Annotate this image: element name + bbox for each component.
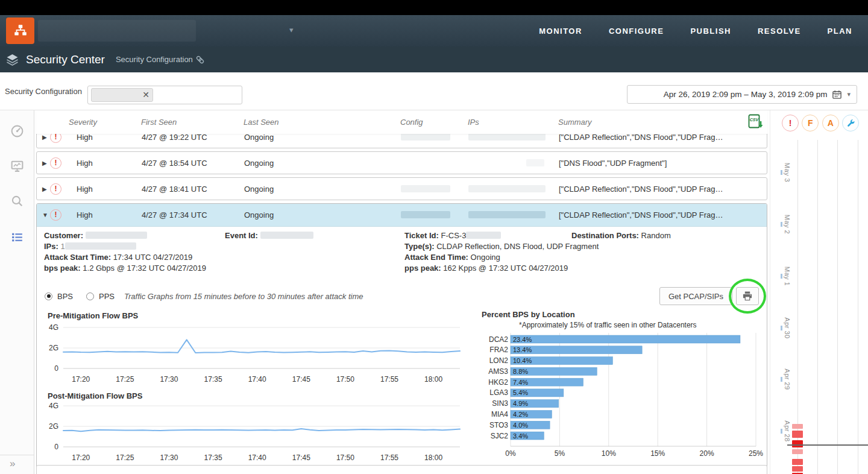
- svg-text:17:45: 17:45: [292, 375, 310, 384]
- link-icon[interactable]: [196, 55, 204, 64]
- bps-radio[interactable]: [45, 292, 52, 300]
- svg-text:17:30: 17:30: [160, 375, 178, 384]
- svg-text:2G: 2G: [49, 344, 58, 352]
- timeline-filter-wrench-icon[interactable]: [842, 115, 859, 131]
- export-csv-button[interactable]: CSV: [748, 113, 764, 131]
- svg-text:4G: 4G: [49, 402, 58, 410]
- types-value: CLDAP Reflection, DNS Flood, UDP Fragmen…: [436, 242, 599, 251]
- svg-text:15%: 15%: [650, 449, 665, 458]
- first-seen-cell: 4/27 @ 18:41 UTC: [132, 185, 234, 194]
- pps-radio[interactable]: [86, 292, 94, 300]
- account-selector-redacted[interactable]: [38, 20, 196, 42]
- svg-text:23.4%: 23.4%: [513, 336, 532, 343]
- search-icon: [10, 194, 25, 209]
- svg-text:17:25: 17:25: [116, 375, 134, 384]
- svg-text:17:40: 17:40: [248, 375, 266, 384]
- timeline-date-tick: [781, 170, 782, 175]
- expand-icon[interactable]: ▶: [37, 186, 50, 192]
- account-caret-icon[interactable]: ▾: [289, 25, 294, 34]
- ticket-id-value: F-CS-3: [441, 231, 466, 240]
- ips-cell-redacted: [459, 134, 549, 142]
- sidebar-expand-button[interactable]: »: [0, 455, 34, 474]
- svg-text:4G: 4G: [49, 323, 58, 332]
- sidebar-item-search[interactable]: [10, 194, 25, 211]
- bar-chart-subtitle: *Approximately 15% of traffic seen in ot…: [519, 321, 767, 329]
- svg-text:17:35: 17:35: [204, 375, 222, 384]
- timeline-attack-event[interactable]: [792, 449, 803, 454]
- timeline-date-label: Apr 30: [784, 317, 791, 338]
- ips-cell-redacted: [459, 159, 549, 168]
- config-filter-input[interactable]: ✕: [87, 86, 242, 104]
- date-range-text: Apr 26, 2019 2:09 pm – May 3, 2019 2:09 …: [664, 90, 828, 99]
- double-chevron-icon: »: [10, 458, 15, 469]
- svg-text:5%: 5%: [555, 449, 565, 458]
- timeline-lane: [817, 140, 818, 474]
- bar-dca2: [511, 335, 740, 343]
- ips-label: IPs:: [44, 242, 58, 251]
- timeline-attack-event[interactable]: [792, 440, 803, 447]
- table-row[interactable]: ▶ ! High 4/27 @ 18:54 UTC Ongoing ["DNS …: [36, 151, 767, 174]
- timeline-attack-event[interactable]: [792, 424, 803, 429]
- svg-text:2G: 2G: [49, 422, 58, 431]
- svg-text:17:30: 17:30: [160, 453, 178, 462]
- timeline-date-label: May 2: [784, 215, 791, 234]
- print-button[interactable]: [736, 287, 759, 305]
- app-logo[interactable]: [6, 17, 34, 44]
- nav-item-configure[interactable]: CONFIGURE: [609, 27, 664, 36]
- events-panel: Severity First Seen Last Seen Config IPs…: [34, 110, 770, 474]
- timeline-filter-flag-f-icon[interactable]: F: [802, 115, 819, 131]
- dest-ports-label: Destination Ports:: [571, 231, 639, 240]
- svg-text:17:20: 17:20: [72, 453, 90, 462]
- col-ips: IPs: [458, 118, 549, 127]
- svg-text:18:00: 18:00: [424, 375, 442, 384]
- calendar-icon: [832, 89, 842, 100]
- svg-text:STO3: STO3: [489, 421, 508, 429]
- svg-text:5.4%: 5.4%: [513, 389, 528, 396]
- csv-export-icon: CSV: [748, 113, 764, 130]
- sidebar-item-event-list-active[interactable]: [10, 230, 25, 247]
- main-nav: MONITORCONFIGUREPUBLISHRESOLVEPLAN: [539, 27, 868, 36]
- nav-item-publish[interactable]: PUBLISH: [690, 27, 731, 36]
- types-label: Type(s):: [404, 242, 435, 251]
- severity-cell: High: [69, 210, 132, 220]
- clear-filter-icon[interactable]: ✕: [142, 90, 149, 100]
- collapse-icon[interactable]: ▼: [37, 212, 50, 218]
- get-pcap-button[interactable]: Get PCAP/SIPs: [659, 287, 732, 305]
- event-timeline: !FAMay 3May 2May 1Apr 30Apr 29Apr 28: [770, 110, 868, 474]
- summary-cell: ["CLDAP Reflection","DNS Flood","UDP Fra…: [549, 185, 767, 194]
- svg-text:17:35: 17:35: [204, 453, 222, 462]
- sidebar-item-dashboard[interactable]: [10, 124, 25, 141]
- col-summary: Summary: [549, 118, 767, 127]
- expand-icon[interactable]: ▶: [37, 134, 50, 141]
- table-body: ▶ ! High 4/27 @ 19:22 UTC Ongoing ["CLDA…: [36, 134, 767, 474]
- timeline-filter-flag-a-icon[interactable]: A: [822, 115, 839, 131]
- timeline-attack-event[interactable]: [792, 431, 803, 438]
- nav-item-resolve[interactable]: RESOLVE: [758, 27, 801, 36]
- page-subtitle: Security Configuration: [116, 55, 204, 64]
- percent-bps-chart: 0%5%10%15%20%25%DCA223.4%FRA213.4%LON210…: [482, 332, 767, 460]
- bps-peak-value: 1.2 Gbps @ 17:32 UTC 04/27/2019: [83, 264, 206, 273]
- last-seen-cell: Ongoing: [234, 159, 391, 168]
- timeline-attack-event[interactable]: [792, 459, 803, 465]
- bar-chart-title: Percent BPS by Location: [482, 310, 767, 319]
- timeline-attack-event[interactable]: [792, 466, 803, 472]
- config-cell-redacted: [391, 134, 459, 142]
- svg-text:AMS3: AMS3: [488, 367, 508, 376]
- nav-item-monitor[interactable]: MONITOR: [539, 27, 582, 36]
- traffic-graphs-note: Traffic Graphs from 15 minutes before to…: [124, 292, 363, 301]
- expand-icon[interactable]: ▶: [37, 160, 50, 166]
- config-cell-redacted: [391, 210, 459, 220]
- sidebar-item-monitoring[interactable]: [10, 159, 25, 176]
- table-row-partial[interactable]: [36, 465, 767, 474]
- svg-text:17:20: 17:20: [72, 375, 90, 384]
- date-range-picker[interactable]: Apr 26, 2019 2:09 pm – May 3, 2019 2:09 …: [627, 85, 857, 104]
- last-seen-cell: Ongoing: [234, 134, 391, 142]
- monitor-chart-icon: [10, 159, 25, 174]
- timeline-current-marker[interactable]: [787, 444, 868, 446]
- timeline-filter-alert-icon[interactable]: !: [782, 115, 799, 131]
- table-row[interactable]: ▶ ! High 4/27 @ 19:22 UTC Ongoing ["CLDA…: [36, 134, 767, 148]
- nav-item-plan[interactable]: PLAN: [828, 27, 852, 36]
- table-row[interactable]: ▶ ! High 4/27 @ 18:41 UTC Ongoing ["CLDA…: [36, 177, 767, 200]
- last-seen-cell: Ongoing: [234, 210, 391, 220]
- table-row-selected[interactable]: ▼ ! High 4/27 @ 17:34 UTC Ongoing ["CLDA…: [37, 204, 767, 227]
